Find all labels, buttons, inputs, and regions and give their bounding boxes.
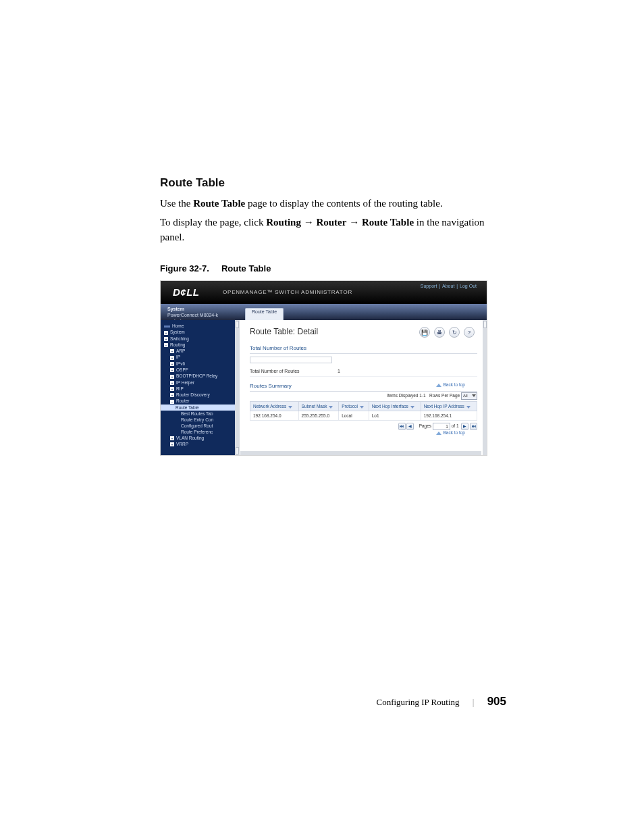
main-scrollbar[interactable]: [483, 320, 487, 455]
section-heading: Route Table: [160, 176, 487, 190]
col-header[interactable]: Network Address: [250, 402, 299, 411]
section-total-routes: Total Number of Routes: [250, 343, 477, 354]
bottom-scrollbar[interactable]: [240, 451, 481, 456]
pager-last-icon[interactable]: ⏭: [470, 423, 477, 430]
pager-prev-icon[interactable]: ◀: [406, 423, 414, 430]
header-links: Support | About | Log Out: [420, 284, 477, 288]
nav-item[interactable]: Configured Rout: [161, 423, 240, 429]
col-header[interactable]: Next Hop Interface: [369, 402, 421, 411]
app-header: D¢LL OPENMANAGE™ SWITCH ADMINISTRATOR Su…: [161, 281, 487, 304]
nav-item[interactable]: +VLAN Routing: [161, 435, 240, 441]
print-icon[interactable]: 🖶: [434, 327, 445, 338]
col-header[interactable]: Subnet Mask: [298, 402, 339, 411]
nav-item[interactable]: Route Table: [161, 405, 240, 411]
link-logout[interactable]: Log Out: [460, 284, 477, 288]
nav-item[interactable]: Route Preferenc: [161, 429, 240, 435]
nav-item[interactable]: +OSPF: [161, 367, 240, 373]
back-to-top-link[interactable]: Back to top: [436, 382, 465, 387]
screenshot-route-table: D¢LL OPENMANAGE™ SWITCH ADMINISTRATOR Su…: [160, 280, 487, 456]
help-icon[interactable]: ?: [464, 327, 475, 338]
table-row: 192.168.254.0255.255.255.0LocalLo1192.16…: [250, 411, 477, 421]
section-underline-input: [250, 357, 332, 363]
nav-tree[interactable]: Home+System+Switching–Routing+ARP+IP+IPv…: [161, 320, 240, 455]
figure-caption: Figure 32-7.Route Table: [160, 263, 487, 273]
items-displayed-row: Items Displayed 1-1 Rows Per Page All: [250, 392, 477, 400]
pager-next-icon[interactable]: ▶: [461, 423, 468, 430]
nav-item[interactable]: +System: [161, 329, 240, 335]
routes-table: Network AddressSubnet MaskProtocolNext H…: [250, 401, 477, 421]
refresh-icon[interactable]: ↻: [449, 327, 460, 338]
col-header[interactable]: Protocol: [339, 402, 369, 411]
col-header[interactable]: Next Hop IP Address: [421, 402, 477, 411]
nav-path-paragraph: To display the page, click Routing → Rou…: [160, 215, 487, 245]
nav-item[interactable]: +IP: [161, 354, 240, 360]
nav-item[interactable]: +BOOTP/DHCP Relay: [161, 373, 240, 379]
dell-logo: D¢LL: [173, 286, 200, 298]
nav-item[interactable]: –Routing: [161, 342, 240, 348]
nav-item[interactable]: Best Routes Tab: [161, 411, 240, 417]
page-footer: Configuring IP Routing | 905: [376, 695, 506, 708]
app-title: OPENMANAGE™ SWITCH ADMINISTRATOR: [223, 289, 352, 295]
nav-scrollbar[interactable]: [235, 320, 240, 455]
nav-item[interactable]: +Switching: [161, 336, 240, 342]
pager: ⏮ ◀ Pages 1 of 1 ▶ ⏭: [250, 423, 477, 430]
breadcrumb-tab[interactable]: Route Table: [245, 308, 284, 320]
nav-item[interactable]: +IPv6: [161, 361, 240, 367]
rows-per-page-select[interactable]: All: [461, 392, 477, 400]
nav-item[interactable]: –Router: [161, 398, 240, 404]
intro-paragraph: Use the Route Table page to display the …: [160, 197, 487, 211]
nav-item[interactable]: Home: [161, 323, 240, 329]
main-panel: Route Table: Detail 💾 🖶 ↻ ? Total Number…: [240, 320, 487, 455]
nav-item[interactable]: +VRRP: [161, 441, 240, 447]
link-support[interactable]: Support: [421, 284, 437, 288]
pager-page-input[interactable]: 1: [433, 423, 450, 430]
pager-first-icon[interactable]: ⏮: [398, 423, 406, 430]
link-about[interactable]: About: [442, 284, 454, 288]
save-icon[interactable]: 💾: [419, 327, 430, 338]
nav-item[interactable]: +RIP: [161, 386, 240, 392]
back-to-top-link[interactable]: Back to top: [436, 430, 465, 435]
nav-item[interactable]: +ARP: [161, 348, 240, 354]
nav-item[interactable]: +Router Discovery: [161, 392, 240, 398]
total-routes-row: Total Number of Routes 1: [250, 366, 477, 377]
nav-item[interactable]: Route Entry Con: [161, 417, 240, 423]
nav-item[interactable]: +IP Helper: [161, 380, 240, 386]
